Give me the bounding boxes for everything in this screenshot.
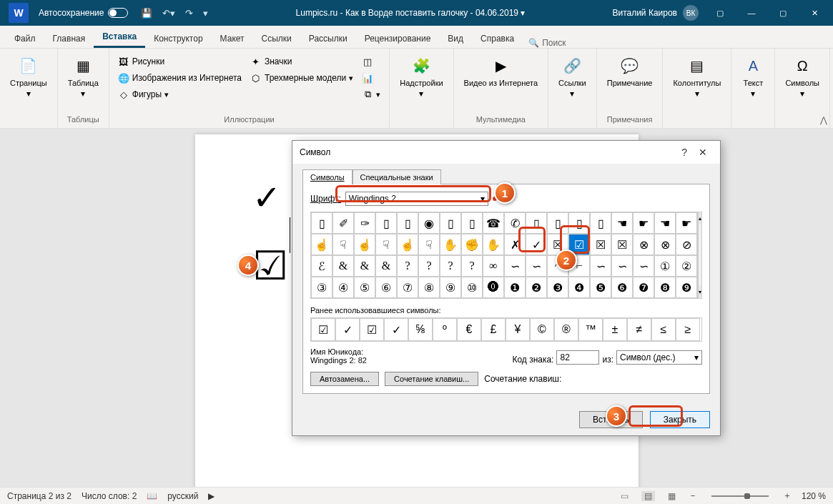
scroll-down-icon[interactable]: ▾ — [699, 286, 701, 298]
ribbon-options-icon[interactable]: ▢ — [704, 0, 736, 26]
tab-home[interactable]: Главная — [44, 29, 94, 48]
symbol-cell[interactable]: ☒ — [590, 234, 611, 255]
symbol-cell[interactable]: ✐ — [332, 212, 354, 234]
close-icon[interactable]: ✕ — [799, 0, 830, 26]
recent-symbols-grid[interactable]: ☑✓☑✓⅝º€£¥©®™±≠≤≥ — [310, 317, 702, 342]
symbol-cell[interactable]: ☎ — [483, 212, 504, 234]
tab-review[interactable]: Рецензирование — [356, 29, 440, 48]
icons-button[interactable]: ✦Значки — [247, 54, 356, 69]
tab-file[interactable]: Файл — [6, 29, 44, 48]
maximize-icon[interactable]: ▢ — [767, 0, 799, 26]
symbol-cell[interactable]: ∽ — [504, 255, 526, 277]
symbol-cell[interactable]: ▯ — [526, 212, 547, 234]
chart-button[interactable]: 📊 — [359, 71, 383, 85]
symbol-cell[interactable]: ⑤ — [354, 277, 375, 298]
symbol-cell[interactable]: ☝ — [354, 234, 375, 255]
symbol-cell[interactable]: ☝ — [397, 234, 418, 255]
symbol-cell[interactable]: ? — [461, 255, 483, 277]
read-mode-icon[interactable]: ▭ — [618, 491, 631, 501]
autocorrect-button[interactable]: Автозамена... — [310, 372, 379, 386]
macro-icon[interactable]: ▶ — [208, 491, 215, 501]
symbol-cell[interactable]: ☟ — [418, 234, 440, 255]
zoom-level[interactable]: 120 % — [802, 491, 826, 501]
symbol-cell[interactable]: ❶ — [504, 277, 526, 298]
symbol-cell[interactable]: ❸ — [547, 277, 568, 298]
recent-symbol-cell[interactable]: © — [530, 318, 554, 341]
screenshot-button[interactable]: ⧉▾ — [359, 87, 383, 102]
symbol-cell[interactable]: ▯ — [440, 212, 461, 234]
table-button[interactable]: ▦Таблица▾ — [64, 51, 103, 102]
symbol-cell[interactable]: ☚ — [654, 212, 676, 234]
symbol-cell[interactable]: ▯ — [568, 212, 590, 234]
tab-special-chars[interactable]: Специальные знаки — [353, 169, 441, 184]
recent-symbol-cell[interactable]: ☑ — [360, 318, 384, 341]
symbol-cell[interactable]: ☚ — [611, 212, 633, 234]
symbol-cell[interactable]: ∽ — [526, 255, 547, 277]
symbol-cell[interactable]: ⊗ — [654, 234, 676, 255]
tab-view[interactable]: Вид — [439, 29, 472, 48]
symbol-cell[interactable]: ∞ — [483, 255, 504, 277]
tab-mailings[interactable]: Рассылки — [300, 29, 356, 48]
user-area[interactable]: Виталий Каиров ВК — [612, 5, 699, 21]
symbol-cell[interactable]: ✓ — [526, 234, 547, 255]
recent-symbol-cell[interactable]: £ — [481, 318, 506, 341]
symbol-cell[interactable]: ⊗ — [633, 234, 654, 255]
recent-symbol-cell[interactable]: ≥ — [676, 318, 700, 341]
code-input[interactable]: 82 — [556, 350, 599, 365]
print-layout-icon[interactable]: ▤ — [641, 491, 655, 501]
symbol-cell[interactable]: ❺ — [590, 277, 611, 298]
symbol-cell[interactable]: ∽ — [590, 255, 611, 277]
symbol-cell[interactable]: ③ — [311, 277, 332, 298]
recent-symbol-cell[interactable]: ✓ — [384, 318, 408, 341]
symbol-cell[interactable]: ✊ — [461, 234, 483, 255]
scroll-up-icon[interactable]: ▴ — [699, 212, 701, 224]
undo-icon[interactable]: ↶▾ — [162, 8, 175, 19]
symbols-button[interactable]: ΩСимволы▾ — [781, 51, 824, 102]
shapes-button[interactable]: ◇Фигуры▾ — [115, 87, 245, 102]
pages-button[interactable]: 📄Страницы▾ — [6, 51, 51, 102]
recent-symbol-cell[interactable]: ® — [554, 318, 578, 341]
recent-symbol-cell[interactable]: ☑ — [311, 318, 335, 341]
search-box[interactable]: 🔍Поиск — [528, 38, 566, 48]
symbol-cell[interactable]: ✑ — [354, 212, 375, 234]
symbol-cell[interactable]: ? — [418, 255, 440, 277]
qat-more-icon[interactable]: ▾ — [203, 8, 208, 19]
tab-help[interactable]: Справка — [472, 29, 523, 48]
recent-symbol-cell[interactable]: ¥ — [506, 318, 530, 341]
symbol-cell[interactable]: ✗ — [504, 234, 526, 255]
online-pictures-button[interactable]: 🌐Изображения из Интернета — [115, 71, 245, 85]
symbol-cell[interactable]: ☟ — [375, 234, 397, 255]
symbol-cell[interactable]: & — [375, 255, 397, 277]
close-button[interactable]: Закрыть — [650, 411, 710, 428]
symbol-cell[interactable]: ❻ — [611, 277, 633, 298]
symbol-cell[interactable]: ✆ — [504, 212, 526, 234]
symbol-cell[interactable]: ⑧ — [418, 277, 440, 298]
addins-button[interactable]: 🧩Надстройки▾ — [395, 51, 447, 102]
symbol-cell[interactable]: ① — [654, 255, 676, 277]
symbol-cell[interactable]: ▯ — [311, 212, 332, 234]
symbol-cell[interactable]: ❾ — [676, 277, 697, 298]
symbol-cell[interactable]: ⑨ — [440, 277, 461, 298]
tab-layout[interactable]: Макет — [212, 29, 253, 48]
symbol-cell[interactable]: ✋ — [483, 234, 504, 255]
zoom-slider[interactable] — [711, 495, 769, 497]
symbol-cell[interactable]: ▯ — [547, 212, 568, 234]
symbol-cell[interactable]: ❽ — [654, 277, 676, 298]
word-count[interactable]: Число слов: 2 — [82, 491, 137, 501]
symbol-cell[interactable]: ❼ — [633, 277, 654, 298]
tab-references[interactable]: Ссылки — [253, 29, 300, 48]
symbol-cell[interactable]: ∽ — [611, 255, 633, 277]
symbol-cell[interactable]: ✋ — [440, 234, 461, 255]
symbol-cell[interactable]: ▯ — [461, 212, 483, 234]
recent-symbol-cell[interactable]: ⅝ — [408, 318, 433, 341]
web-layout-icon[interactable]: ▦ — [665, 491, 679, 501]
help-icon[interactable]: ? — [676, 145, 693, 159]
header-footer-button[interactable]: ▤Колонтитулы▾ — [669, 51, 725, 102]
links-button[interactable]: 🔗Ссылки▾ — [554, 51, 591, 102]
symbol-cell[interactable]: ☒ — [611, 234, 633, 255]
symbol-cell[interactable]: ℰ — [311, 255, 332, 277]
tab-symbols[interactable]: Символы — [302, 169, 353, 184]
symbol-cell[interactable]: ☟ — [332, 234, 354, 255]
symbol-cell[interactable]: ∽ — [633, 255, 654, 277]
save-icon[interactable]: 💾 — [141, 8, 152, 19]
